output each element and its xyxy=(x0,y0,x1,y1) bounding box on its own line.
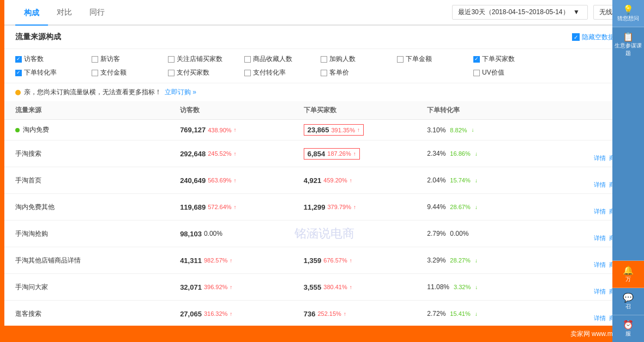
filter-new-visitors[interactable]: 新访客 xyxy=(92,54,168,64)
table-row: 手淘问大家 32,071 396.92% ↑ 3,555 380.41% ↑ 1… xyxy=(4,274,644,301)
col-header-source: 流量来源 xyxy=(15,106,180,115)
table-row: 淘内免费 769,127 438.90% ↑ 23,865 391.35% ↑ … xyxy=(4,120,644,141)
rate-cell: 2.79% 0.00% xyxy=(427,230,551,237)
filter-order-amount-checkbox[interactable] xyxy=(397,56,404,63)
filter-pay-amount-checkbox[interactable] xyxy=(92,70,98,76)
bottom-bar: 卖家网 www.maijia.com xyxy=(4,326,644,342)
source-name-text: 手淘问大家 xyxy=(15,283,48,292)
visitors-cell: 27,065 316.32% ↑ xyxy=(180,310,304,318)
filter-order-buyers-checkbox[interactable] xyxy=(473,56,480,63)
filter-order-rate[interactable]: 下单转化率 xyxy=(15,68,92,77)
top-tabs-bar: 构成 对比 同行 最近30天（2018-04-15~2018-05-14） ▼ … xyxy=(4,0,644,26)
right-panel-chat[interactable]: 💬 召 xyxy=(612,288,644,315)
tab-composition[interactable]: 构成 xyxy=(15,0,48,26)
filter-add-cart-checkbox[interactable] xyxy=(321,56,327,63)
filter-pay-buyers[interactable]: 支付买家数 xyxy=(168,68,244,77)
date-range-selector[interactable]: 最近30天（2018-04-15~2018-05-14） ▼ 无线端 ▼ xyxy=(452,5,633,20)
chat-icon: 💬 xyxy=(615,292,642,303)
table-row: 手淘首页 240,649 563.69% ↑ 4,921 459.20% ↑ 2… xyxy=(4,167,644,194)
tab-compare[interactable]: 对比 xyxy=(48,0,81,25)
bell-icon: 🔔 xyxy=(615,265,642,276)
hide-empty-check-icon: ✓ xyxy=(572,33,580,41)
filter-new-visitors-checkbox[interactable] xyxy=(92,56,98,63)
filter-order-rate-checkbox[interactable] xyxy=(15,70,22,76)
rate-cell: 2.72% 15.41% ↓ xyxy=(427,310,551,317)
data-table-container: 流量来源 访客数 下单买家数 下单转化率 操作 淘内免费 769,127 438… xyxy=(4,101,644,326)
orders-cell: 736 252.15% ↑ xyxy=(304,310,428,318)
action-detail[interactable]: 详情 xyxy=(594,234,606,242)
source-name-text: 手淘搜索 xyxy=(15,149,41,158)
source-name-text: 淘内免费其他 xyxy=(15,203,55,212)
visitors-cell: 119,689 572.64% ↑ xyxy=(180,203,304,211)
notice-link[interactable]: 立即订购 » xyxy=(165,88,196,97)
source-cell: 手淘问大家 xyxy=(15,283,180,292)
filter-visitors-checkbox[interactable] xyxy=(15,56,22,63)
filter-follow-shops[interactable]: 关注店铺买家数 xyxy=(168,54,244,64)
notice-bar: 亲，您尚未订购流量纵横，无法查看更多指标！ 立即订购 » xyxy=(4,83,644,101)
right-panel-course[interactable]: 📋 生意参谋课题 xyxy=(612,27,644,261)
table-row: 手淘搜索 292,648 245.52% ↑ 6,854 187.26% ↑ 2… xyxy=(4,141,644,167)
orders-cell: 11,299 379.79% ↑ xyxy=(304,203,428,211)
filter-unit-price[interactable]: 客单价 xyxy=(321,68,397,77)
table-header: 流量来源 访客数 下单买家数 下单转化率 操作 xyxy=(4,101,644,120)
orders-highlight-box: 23,865 391.35% ↑ xyxy=(304,124,364,136)
source-cell: 手淘其他店铺商品详情 xyxy=(15,256,180,265)
filter-order-buyers[interactable]: 下单买家数 xyxy=(473,54,550,64)
filter-unit-price-checkbox[interactable] xyxy=(321,70,327,76)
filter-visitors[interactable]: 访客数 xyxy=(15,54,92,64)
filter-follow-shops-checkbox[interactable] xyxy=(168,56,174,63)
orders-cell: 3,555 380.41% ↑ xyxy=(304,283,428,291)
section-header: 流量来源构成 ✓ 隐藏空数据 下载 xyxy=(4,26,644,49)
section-title: 流量来源构成 xyxy=(15,32,572,42)
table-row: 淘内免费其他 119,689 572.64% ↑ 11,299 379.79% … xyxy=(4,194,644,221)
left-sidebar xyxy=(0,0,4,342)
hide-empty-checkbox[interactable]: ✓ 隐藏空数据 xyxy=(572,33,615,42)
table-row: 手淘其他店铺商品详情 41,311 982.57% ↑ 1,359 676.57… xyxy=(4,247,644,274)
source-name-text: 淘内免费 xyxy=(23,125,49,135)
action-detail[interactable]: 详情 xyxy=(594,181,606,189)
action-detail[interactable]: 详情 xyxy=(594,207,606,216)
filter-uv-value[interactable]: UV价值 xyxy=(473,68,550,77)
visitors-cell: 769,127 438.90% ↑ xyxy=(180,126,304,134)
filter-fav-items[interactable]: 商品收藏人数 xyxy=(244,54,321,64)
right-panel-service[interactable]: ⏰ 服 xyxy=(612,315,644,342)
right-panel-notification[interactable]: 🔔 万 xyxy=(612,261,644,288)
source-cell: 逛客搜索 xyxy=(15,309,180,319)
right-panel-suggest[interactable]: 💡 猜您想问 xyxy=(612,0,644,27)
date-range-arrow: ▼ xyxy=(573,8,580,16)
filter-pay-rate-checkbox[interactable] xyxy=(244,70,251,76)
filter-pay-buyers-checkbox[interactable] xyxy=(168,70,174,76)
orders-cell: 4,921 459.20% ↑ xyxy=(304,176,428,185)
source-cell: 手淘搜索 xyxy=(15,149,180,158)
filter-uv-value-checkbox[interactable] xyxy=(473,70,480,76)
rate-cell: 3.29% 28.27% ↓ xyxy=(427,256,551,264)
col-header-visitors: 访客数 xyxy=(180,106,304,115)
orders-cell: 1,359 676.57% ↑ xyxy=(304,256,428,265)
table-row: 逛客搜索 27,065 316.32% ↑ 736 252.15% ↑ 2.72… xyxy=(4,301,644,326)
book-icon: 📋 xyxy=(615,32,642,42)
source-name-text: 手淘首页 xyxy=(15,176,41,185)
orders-highlight-box: 6,854 187.26% ↑ xyxy=(304,148,360,160)
action-detail[interactable]: 详情 xyxy=(594,314,606,322)
visitors-cell: 292,648 245.52% ↑ xyxy=(180,150,304,158)
tab-peers[interactable]: 同行 xyxy=(81,0,113,25)
visitors-cell: 41,311 982.57% ↑ xyxy=(180,256,304,265)
filter-fav-items-checkbox[interactable] xyxy=(244,56,251,63)
filter-pay-rate[interactable]: 支付转化率 xyxy=(244,68,321,77)
filter-add-cart[interactable]: 加购人数 xyxy=(321,54,397,64)
rate-cell: 2.34% 16.86% ↓ xyxy=(427,150,551,157)
action-detail[interactable]: 详情 xyxy=(594,288,606,296)
filter-pay-amount[interactable]: 支付金额 xyxy=(92,68,168,77)
table-row: 手淘淘抢购 98,103 0.00% 铭涵说电商 2.79% 0.00% 趋势 … xyxy=(4,221,644,247)
filter-row: 访客数 新访客 关注店铺买家数 商品收藏人数 加购人数 下单金额 xyxy=(4,49,644,83)
action-detail[interactable]: 详情 xyxy=(594,261,606,269)
filter-order-amount[interactable]: 下单金额 xyxy=(397,54,473,64)
col-header-orders: 下单买家数 xyxy=(304,106,428,115)
action-detail[interactable]: 详情 xyxy=(594,154,606,162)
rate-cell: 2.04% 15.74% ↓ xyxy=(427,176,551,184)
visitors-cell: 240,649 563.69% ↑ xyxy=(180,176,304,185)
lightbulb-icon: 💡 xyxy=(615,4,642,15)
source-cell: 淘内免费 xyxy=(15,125,180,135)
source-name-text: 手淘其他店铺商品详情 xyxy=(15,256,81,265)
source-cell: 手淘首页 xyxy=(15,176,180,185)
